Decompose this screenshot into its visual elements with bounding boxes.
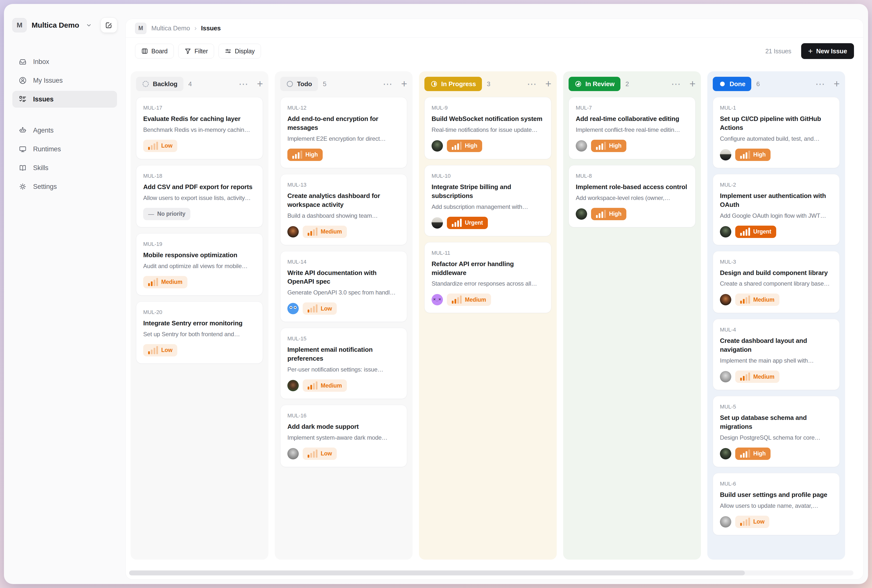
assignee-avatar-man-white-cap [432, 217, 443, 229]
issue-description: Configure automated build, test, and… [720, 135, 833, 142]
priority-badge-low: Low [735, 516, 769, 528]
robot-icon [18, 126, 27, 135]
issue-card-mul-9[interactable]: MUL-9Build WebSocket notification system… [425, 97, 551, 159]
issue-card-mul-16[interactable]: MUL-16Add dark mode supportImplement sys… [280, 405, 407, 467]
status-label: Todo [297, 80, 312, 88]
plus-icon: + [808, 47, 813, 55]
sidebar-item-settings[interactable]: Settings [12, 178, 117, 195]
gear-icon [18, 182, 27, 191]
issue-title: Refactor API error handling middleware [432, 260, 544, 278]
board-button[interactable]: Board [135, 44, 174, 58]
chevron-down-icon[interactable] [86, 22, 92, 28]
horizontal-scrollbar[interactable] [129, 570, 854, 575]
issue-title: Implement email notification preferences [287, 345, 400, 363]
issue-id: MUL-10 [432, 173, 544, 179]
priority-bars-icon [308, 228, 318, 236]
priority-bars-icon [452, 142, 462, 150]
assignee-avatar-man-dark-green [720, 226, 731, 237]
status-badge[interactable]: In Review [569, 77, 620, 91]
issue-id: MUL-19 [143, 241, 256, 248]
sidebar-item-agents[interactable]: Agents [12, 122, 117, 139]
priority-badge-high: High [735, 447, 770, 460]
issue-card-mul-2[interactable]: MUL-2Implement user authentication with … [713, 174, 840, 245]
view-buttons: BoardFilterDisplay [135, 44, 261, 58]
issue-card-mul-12[interactable]: MUL-12Add end-to-end encryption for mess… [280, 97, 407, 168]
priority-badge-medium: Medium [735, 370, 779, 383]
display-sliders-icon [225, 48, 231, 54]
column-in-review: In Review2⋯+MUL-7Add real-time collabora… [563, 71, 701, 560]
status-badge[interactable]: Backlog [136, 77, 183, 91]
status-badge[interactable]: Done [713, 77, 751, 91]
issue-title: Add dark mode support [287, 422, 400, 431]
priority-label: Medium [321, 382, 342, 389]
sidebar-item-inbox[interactable]: Inbox [12, 53, 117, 70]
issue-meta: Low [143, 140, 256, 152]
issue-title: Implement user authentication with OAuth [720, 192, 833, 209]
issue-card-mul-8[interactable]: MUL-8Implement role-based access control… [569, 165, 695, 227]
assignee-avatar-woman-dark-portrait [287, 226, 299, 237]
assignee-avatar-grayscale-blonde [576, 140, 587, 152]
compose-button[interactable] [101, 18, 117, 33]
filter-button[interactable]: Filter [178, 44, 214, 58]
column-count: 2 [625, 80, 629, 88]
issue-card-mul-18[interactable]: MUL-18Add CSV and PDF export for reports… [136, 165, 263, 227]
issue-title: Mobile responsive optimization [143, 251, 256, 260]
breadcrumb: M Multica Demo › Issues [126, 19, 863, 38]
issue-card-mul-20[interactable]: MUL-20Integrate Sentry error monitoringS… [136, 302, 263, 364]
issue-card-mul-6[interactable]: MUL-6Build user settings and profile pag… [713, 473, 840, 535]
display-button[interactable]: Display [219, 44, 261, 58]
priority-label: High [609, 142, 621, 149]
issue-card-mul-4[interactable]: MUL-4Create dashboard layout and navigat… [713, 319, 840, 390]
breadcrumb-workspace[interactable]: Multica Demo [152, 24, 190, 32]
kanban-board: Backlog4⋯+MUL-17Evaluate Redis for cachi… [131, 71, 858, 560]
issue-meta: Low [287, 447, 400, 460]
issue-id: MUL-3 [720, 259, 833, 265]
issue-id: MUL-2 [720, 182, 833, 188]
issue-id: MUL-7 [576, 105, 688, 111]
book-icon [18, 164, 27, 172]
issue-meta: Medium [287, 226, 400, 238]
priority-badge-medium: Medium [303, 226, 347, 238]
issue-card-mul-1[interactable]: MUL-1Set up CI/CD pipeline with GitHub A… [713, 97, 840, 168]
issue-id: MUL-9 [432, 105, 544, 111]
issue-description: Implement E2E encryption for direct… [287, 135, 400, 142]
issue-card-mul-15[interactable]: MUL-15Implement email notification prefe… [280, 328, 407, 399]
status-label: Done [729, 80, 745, 88]
issue-card-mul-19[interactable]: MUL-19Mobile responsive optimizationAudi… [136, 233, 263, 296]
issue-card-mul-14[interactable]: MUL-14Write API documentation with OpenA… [280, 251, 407, 322]
priority-badge-urgent: Urgent [447, 217, 488, 229]
issue-description: Standardize error responses across all… [432, 280, 544, 287]
assignee-avatar-purple-dizzy [432, 294, 443, 305]
view-button-label: Board [152, 48, 168, 55]
column-backlog: Backlog4⋯+MUL-17Evaluate Redis for cachi… [131, 71, 269, 560]
issue-id: MUL-4 [720, 327, 833, 333]
issue-card-mul-5[interactable]: MUL-5Set up database schema and migratio… [713, 396, 840, 467]
issue-card-mul-13[interactable]: MUL-13Create analytics dashboard for wor… [280, 174, 407, 245]
issue-card-mul-3[interactable]: MUL-3Design and build component libraryC… [713, 251, 840, 313]
issue-card-mul-11[interactable]: MUL-11Refactor API error handling middle… [425, 242, 551, 313]
priority-label: Medium [753, 374, 774, 380]
issue-meta: —No priority [143, 208, 256, 220]
new-issue-button[interactable]: + New Issue [801, 43, 854, 59]
issue-description: Per-user notification settings: issue… [287, 366, 400, 373]
assignee-avatar-man-dark-green [432, 140, 443, 152]
issue-description: Build a dashboard showing team… [287, 212, 400, 219]
status-badge[interactable]: In Progress [425, 77, 482, 91]
issue-card-mul-17[interactable]: MUL-17Evaluate Redis for caching layerBe… [136, 97, 263, 159]
sidebar-item-label: Agents [33, 127, 54, 134]
issue-card-mul-10[interactable]: MUL-10Integrate Stripe billing and subsc… [425, 165, 551, 236]
priority-badge-none: —No priority [143, 208, 191, 220]
issue-id: MUL-11 [432, 250, 544, 256]
sidebar-item-issues[interactable]: Issues [12, 91, 117, 108]
priority-bars-icon [740, 296, 750, 304]
horizontal-scrollbar-thumb[interactable] [129, 570, 745, 575]
issue-meta: High [576, 140, 688, 152]
issue-title: Set up CI/CD pipeline with GitHub Action… [720, 114, 833, 132]
sidebar-item-runtimes[interactable]: Runtimes [12, 141, 117, 158]
sidebar-item-skills[interactable]: Skills [12, 159, 117, 176]
status-badge[interactable]: Todo [280, 77, 318, 91]
workspace-name[interactable]: Multica Demo [32, 21, 79, 29]
issue-id: MUL-5 [720, 404, 833, 410]
sidebar-item-my-issues[interactable]: My Issues [12, 72, 117, 89]
issue-card-mul-7[interactable]: MUL-7Add real-time collaborative editing… [569, 97, 695, 159]
